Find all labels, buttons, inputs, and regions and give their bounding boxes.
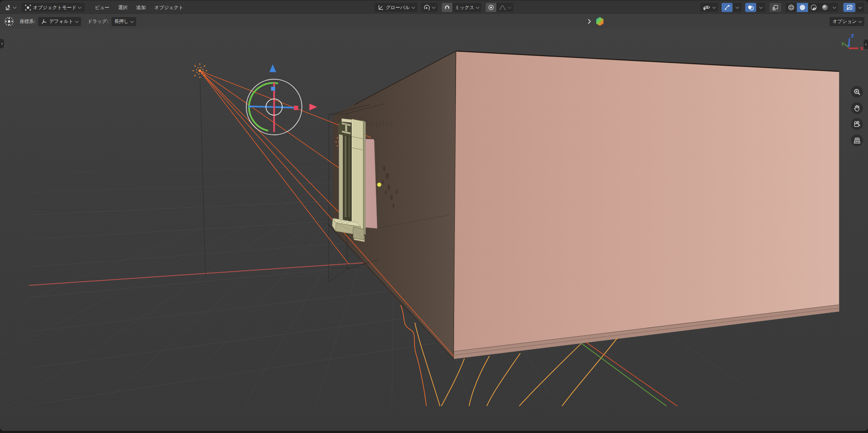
- camera-icon: [853, 121, 861, 128]
- coord-value: デフォルト: [49, 18, 73, 25]
- material-sphere-icon: [810, 4, 817, 11]
- rope-along-axis: [586, 342, 677, 406]
- transform-orientation-dropdown[interactable]: グローバル: [375, 3, 417, 12]
- mode-label: オブジェクトモード: [33, 4, 76, 11]
- shading-dropdown[interactable]: [831, 3, 838, 12]
- rope-2: [441, 359, 464, 406]
- shading-wireframe-button[interactable]: [786, 3, 797, 12]
- shading-rendered-button[interactable]: [819, 3, 831, 12]
- gizmo-x-handle[interactable]: [294, 106, 298, 110]
- jamb-strip2: [348, 133, 350, 217]
- gizmo-left-dot[interactable]: [249, 106, 251, 108]
- light-drop-line: [200, 74, 206, 277]
- pan-button[interactable]: [851, 102, 863, 114]
- xray-icon: [772, 4, 779, 11]
- shading-solid-button[interactable]: [797, 3, 808, 12]
- nav-y-label: y: [841, 41, 844, 46]
- overlays-icon: [747, 4, 754, 11]
- tool-settings-bar: 座標系: デフォルト ドラッグ: 長押し オプション: [0, 13, 868, 29]
- camera-view-button[interactable]: [851, 118, 863, 130]
- magnet-icon: [444, 4, 450, 11]
- show-overlays-toggle[interactable]: [745, 3, 756, 12]
- active-tool-button[interactable]: [3, 17, 15, 26]
- gizmo-move-z-arrow[interactable]: [269, 64, 276, 72]
- mode-selector[interactable]: オブジェクトモード: [21, 3, 85, 12]
- orientation-label: グローバル: [386, 4, 410, 11]
- scene: [0, 29, 868, 431]
- frame-left-strip: [339, 124, 343, 222]
- gizmo-icon: [724, 4, 730, 11]
- perspective-toggle-button[interactable]: [851, 134, 863, 146]
- rope-4: [487, 353, 520, 406]
- viewport-3d[interactable]: z y x ‹ ›: [0, 29, 868, 431]
- render-preview-toggle[interactable]: [843, 3, 855, 12]
- frame-right-post-side: [363, 121, 366, 235]
- expand-chevron-icon[interactable]: [587, 18, 592, 25]
- drag-dropdown[interactable]: 長押し: [112, 17, 136, 26]
- overlays-group: [745, 3, 765, 12]
- nav-z-label: z: [851, 32, 854, 39]
- jamb-strip1: [345, 131, 347, 217]
- zoom-icon: [853, 88, 861, 96]
- options-label: オプション: [832, 18, 857, 25]
- show-gizmos-toggle[interactable]: [722, 3, 732, 12]
- frame-jamb-recess: [343, 125, 352, 231]
- room-box-object[interactable]: [324, 51, 839, 359]
- proportional-falloff-dropdown[interactable]: [496, 3, 513, 12]
- overlays-dropdown[interactable]: [757, 3, 765, 12]
- snapping-group: ミックス: [442, 3, 481, 12]
- coord-axes-icon: [41, 19, 47, 24]
- menu-select[interactable]: 選択: [114, 4, 132, 11]
- wireframe-sphere-icon: [788, 4, 795, 11]
- nav-x-label: x: [860, 45, 864, 52]
- sidebar-expand-tab[interactable]: ‹: [864, 40, 868, 49]
- rope-6: [562, 338, 617, 406]
- menu-add[interactable]: 追加: [132, 4, 150, 11]
- image-icon: [846, 4, 853, 11]
- drag-label: ドラッグ:: [88, 18, 109, 25]
- orientation-axes-icon: [378, 4, 384, 11]
- nav-axis-gizmo[interactable]: z y x: [839, 32, 865, 53]
- shading-material-button[interactable]: [808, 3, 819, 12]
- hand-icon: [853, 105, 861, 112]
- proportional-edit-icon: [488, 4, 494, 11]
- snap-toggle[interactable]: [442, 3, 452, 12]
- rope-3: [469, 356, 489, 406]
- solid-sphere-icon: [799, 4, 806, 11]
- snap-mode-label: ミックス: [455, 4, 474, 11]
- shading-mode-group: [786, 3, 838, 12]
- proportional-edit-toggle[interactable]: [486, 3, 496, 12]
- header-center-widget: [587, 17, 604, 26]
- color-cube-icon[interactable]: [596, 17, 604, 26]
- gizmos-group: [722, 3, 742, 12]
- coord-dropdown[interactable]: デフォルト: [38, 17, 81, 26]
- render-preview-dropdown[interactable]: [856, 3, 864, 12]
- editor-3d-viewport-icon: [5, 4, 11, 11]
- eye-pointer-icon: [703, 5, 711, 11]
- viewport-header: オブジェクトモード ビュー 選択 追加 オブジェクト グローバル: [0, 0, 868, 14]
- zoom-button[interactable]: [851, 86, 863, 98]
- ortho-grid-icon: [853, 137, 861, 144]
- xray-toggle[interactable]: [770, 3, 781, 12]
- render-preview-group: [843, 3, 864, 12]
- gizmos-dropdown[interactable]: [733, 3, 742, 12]
- yellow-vertex-dot[interactable]: [377, 183, 381, 187]
- rendered-sphere-icon: [821, 4, 828, 11]
- snap-settings-dropdown[interactable]: ミックス: [452, 3, 481, 12]
- gizmo-move-x-arrow[interactable]: [309, 104, 317, 110]
- move-tool-icon: [4, 17, 14, 26]
- options-dropdown[interactable]: オプション: [829, 17, 864, 26]
- object-type-visibility-dropdown[interactable]: [700, 3, 718, 12]
- toolbar-expand-tab[interactable]: ›: [0, 39, 4, 48]
- rope-5: [519, 344, 581, 406]
- transform-gizmo[interactable]: [246, 64, 317, 135]
- falloff-curve-icon: [499, 5, 506, 11]
- pivot-point-dropdown[interactable]: [421, 3, 437, 12]
- menu-view[interactable]: ビュー: [90, 4, 114, 11]
- pivot-point-icon: [424, 4, 430, 11]
- menu-object[interactable]: オブジェクト: [150, 4, 188, 11]
- gizmo-z-handle[interactable]: [271, 87, 275, 91]
- gizmo-rotate-z-line[interactable]: [249, 106, 296, 108]
- proportional-edit-group: [486, 3, 513, 12]
- editor-type-button[interactable]: [3, 3, 18, 12]
